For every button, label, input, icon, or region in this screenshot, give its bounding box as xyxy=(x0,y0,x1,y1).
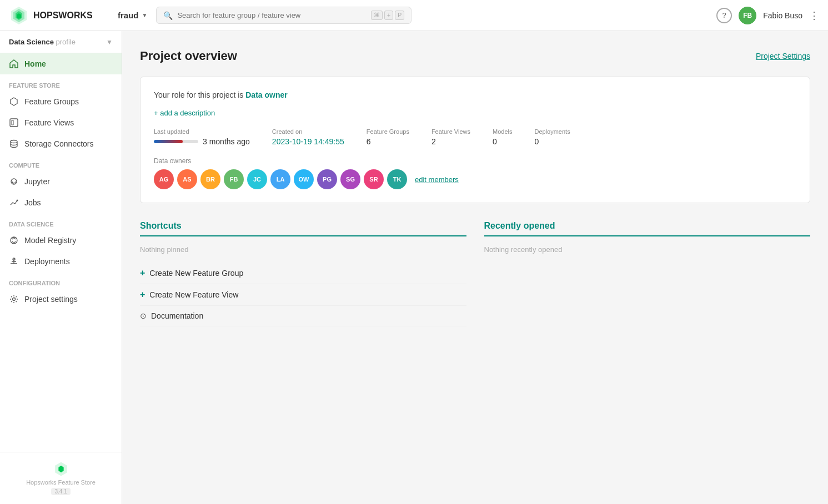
member-avatar[interactable]: TK xyxy=(387,169,407,189)
profile-selector[interactable]: Data Science profile ▼ xyxy=(0,31,122,53)
stat-feature-views-value: 2 xyxy=(431,137,470,146)
sidebar-item-storage-connectors-label: Storage Connectors xyxy=(24,139,94,148)
stat-deployments-label: Deployments xyxy=(534,128,570,135)
shortcut-item-create-feature-view[interactable]: +Create New Feature View xyxy=(140,284,466,306)
progress-bar xyxy=(154,140,198,143)
search-keyboard-shortcut: ⌘ + P xyxy=(371,11,405,20)
member-avatar[interactable]: SG xyxy=(340,169,360,189)
jobs-icon xyxy=(9,198,19,208)
sidebar-item-model-registry[interactable]: Model Registry xyxy=(0,230,122,251)
nothing-recent-text: Nothing recently opened xyxy=(484,245,811,254)
sidebar-item-project-settings-label: Project settings xyxy=(24,295,78,304)
stat-feature-groups-value: 6 xyxy=(367,137,409,146)
sidebar-item-model-registry-label: Model Registry xyxy=(24,236,76,245)
stat-feature-groups-label: Feature Groups xyxy=(367,128,409,135)
user-name: Fabio Buso xyxy=(763,11,802,20)
stat-feature-views-label: Feature Views xyxy=(431,128,470,135)
stat-last-updated-label: Last updated xyxy=(154,128,250,135)
sidebar-item-jobs[interactable]: Jobs xyxy=(0,192,122,213)
member-avatar[interactable]: SR xyxy=(364,169,384,189)
shortcut-plus-icon: + xyxy=(140,268,145,278)
role-value: Data owner xyxy=(245,90,287,99)
logo-text: HOPSWORKS xyxy=(33,11,93,21)
add-description-link[interactable]: + add a description xyxy=(154,109,215,117)
shortcut-item-documentation[interactable]: ⊙Documentation xyxy=(140,306,466,326)
sidebar-section-configuration: Configuration xyxy=(0,272,122,289)
feature-views-icon xyxy=(9,118,19,128)
kbd-cmd: ⌘ xyxy=(371,11,383,20)
main-content: Project overview Project Settings Your r… xyxy=(122,31,828,504)
kbd-plus: + xyxy=(384,11,393,20)
svg-point-8 xyxy=(17,200,18,201)
profile-label: Data Science profile xyxy=(9,38,76,46)
search-icon: 🔍 xyxy=(163,11,173,20)
chevron-down-icon: ▼ xyxy=(142,12,148,18)
shortcut-plus-icon: + xyxy=(140,290,145,300)
edit-members-link[interactable]: edit members xyxy=(415,175,459,184)
svg-point-11 xyxy=(13,298,16,301)
stat-created-on-value: 2023-10-19 14:49:55 xyxy=(272,137,344,146)
svg-rect-4 xyxy=(10,119,18,127)
sidebar: Data Science profile ▼ Home Feature Stor… xyxy=(0,31,122,504)
member-avatar[interactable]: BR xyxy=(200,169,220,189)
data-owners-label: Data owners xyxy=(154,157,796,165)
member-avatar[interactable]: FB xyxy=(224,169,244,189)
member-avatar[interactable]: AS xyxy=(177,169,197,189)
sidebar-item-jupyter[interactable]: Jupyter xyxy=(0,171,122,192)
member-avatar[interactable]: JC xyxy=(247,169,267,189)
member-avatar[interactable]: PG xyxy=(317,169,337,189)
progress-row: 3 months ago xyxy=(154,137,250,146)
more-options-button[interactable]: ⋮ xyxy=(809,9,819,22)
logo: HOPSWORKS xyxy=(9,6,109,26)
stat-last-updated: Last updated 3 months ago xyxy=(154,128,250,146)
home-icon xyxy=(9,59,19,69)
member-avatar[interactable]: LA xyxy=(270,169,290,189)
stat-deployments-value: 0 xyxy=(534,137,570,146)
sidebar-item-feature-views[interactable]: Feature Views xyxy=(0,112,122,133)
shortcut-item-create-feature-group[interactable]: +Create New Feature Group xyxy=(140,263,466,284)
profile-dropdown-icon[interactable]: ▼ xyxy=(106,38,113,46)
topbar-right: ? FB Fabio Buso ⋮ xyxy=(716,7,819,24)
sidebar-item-feature-views-label: Feature Views xyxy=(24,118,74,127)
hopsworks-logo-icon xyxy=(9,6,29,26)
sidebar-item-deployments-label: Deployments xyxy=(24,257,70,266)
search-bar[interactable]: 🔍 ⌘ + P xyxy=(156,7,412,24)
member-avatar[interactable]: OW xyxy=(294,169,314,189)
topbar: HOPSWORKS fraud ▼ 🔍 ⌘ + P ? FB Fabio Bus… xyxy=(0,0,828,31)
kbd-p: P xyxy=(395,11,404,20)
sidebar-item-home[interactable]: Home xyxy=(0,53,122,74)
stats-row: Last updated 3 months ago Created on 202… xyxy=(154,128,796,146)
sidebar-section-compute: Compute xyxy=(0,154,122,171)
sidebar-item-project-settings[interactable]: Project settings xyxy=(0,289,122,310)
stat-feature-groups: Feature Groups 6 xyxy=(367,128,409,146)
sidebar-item-feature-groups-label: Feature Groups xyxy=(24,97,79,106)
project-settings-link[interactable]: Project Settings xyxy=(756,52,810,61)
stat-last-updated-value: 3 months ago xyxy=(203,137,250,146)
search-input[interactable] xyxy=(177,11,366,19)
stat-feature-views: Feature Views 2 xyxy=(431,128,470,146)
shortcut-item-label: Create New Feature Group xyxy=(149,269,243,278)
sidebar-item-storage-connectors[interactable]: Storage Connectors xyxy=(0,133,122,154)
shortcuts-divider xyxy=(140,235,466,236)
sidebar-footer-logo: Hopsworks Feature Store 3.4.1 xyxy=(9,461,113,495)
model-registry-icon xyxy=(9,235,19,245)
layout: Data Science profile ▼ Home Feature Stor… xyxy=(0,0,828,504)
help-button[interactable]: ? xyxy=(716,8,732,23)
recently-opened-divider xyxy=(484,235,811,236)
sidebar-item-deployments[interactable]: Deployments xyxy=(0,251,122,272)
svg-point-6 xyxy=(11,140,17,143)
sidebar-item-home-label: Home xyxy=(24,59,46,68)
stat-created-on: Created on 2023-10-19 14:49:55 xyxy=(272,128,344,146)
stat-created-on-label: Created on xyxy=(272,128,344,135)
svg-rect-5 xyxy=(12,120,13,125)
sidebar-item-feature-groups[interactable]: Feature Groups xyxy=(0,91,122,112)
project-settings-icon xyxy=(9,294,19,304)
storage-connectors-icon xyxy=(9,139,19,149)
project-selector[interactable]: fraud ▼ xyxy=(118,11,147,20)
member-avatar[interactable]: AG xyxy=(154,169,174,189)
stat-models: Models 0 xyxy=(493,128,512,146)
two-col-section: Shortcuts Nothing pinned +Create New Fea… xyxy=(140,221,810,326)
stat-deployments: Deployments 0 xyxy=(534,128,570,146)
sidebar-bottom: Hopsworks Feature Store 3.4.1 xyxy=(0,452,122,504)
sidebar-footer-icon xyxy=(53,461,69,477)
